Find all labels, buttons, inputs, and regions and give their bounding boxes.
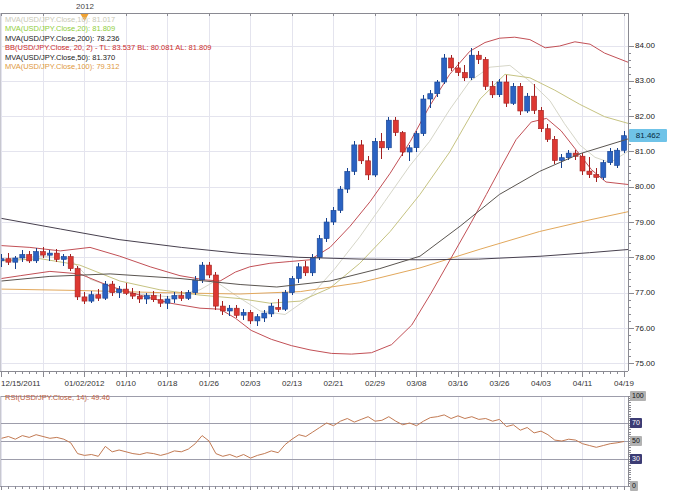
price-tick-label: 81.00	[635, 147, 671, 157]
gridlines	[0, 13, 628, 486]
indicator-legend: MVA(USD/JPY.Close,10): 81.017MVA(USD/JPY…	[5, 15, 212, 71]
price-tick-label: 76.00	[635, 324, 671, 334]
chart-window: 2012 MVA(USD/JPY.Close,10): 81.017MVA(US…	[0, 0, 680, 491]
price-tick-label: 79.00	[635, 218, 671, 228]
main-plot[interactable]	[0, 0, 680, 491]
price-tick-label: 80.00	[635, 182, 671, 192]
price-tick-label: 75.00	[635, 359, 671, 369]
legend-item: MVA(USD/JPY.Close,20): 81.809	[5, 24, 212, 33]
rsi-guides	[0, 396, 628, 486]
rsi-tick-badge: 30	[630, 454, 642, 464]
rsi-legend: RSI(USD/JPY.Close, 14): 49.46	[5, 393, 110, 402]
legend-item: MVA(USD/JPY.Close,10): 81.017	[5, 15, 212, 24]
legend-item: MVA(USD/JPY.Close,200): 78.236	[5, 34, 212, 43]
price-tick-label: 78.00	[635, 253, 671, 263]
rsi-tick-badge: 0	[630, 481, 638, 491]
current-price-badge: 81.462	[629, 129, 667, 142]
price-tick-label: 84.00	[635, 41, 671, 51]
legend-item: MVA(USD/JPY.Close,50): 81.370	[5, 53, 212, 62]
date-label: 04/19	[584, 379, 664, 389]
rsi-tick-badge: 50	[630, 436, 642, 446]
rsi-line	[2, 415, 625, 458]
year-label: 2012	[68, 2, 102, 12]
price-tick-label: 83.00	[635, 76, 671, 86]
legend-item: BB(USD/JPY.Close, 20, 2) - TL: 83.537 BL…	[5, 43, 212, 52]
price-tick-label: 77.00	[635, 288, 671, 298]
rsi-tick-badge: 70	[630, 418, 642, 428]
legend-item: MVA(USD/JPY.Close,100): 79.312	[5, 62, 212, 71]
rsi-tick-badge: 100	[630, 391, 646, 401]
price-tick-label: 82.00	[635, 112, 671, 122]
